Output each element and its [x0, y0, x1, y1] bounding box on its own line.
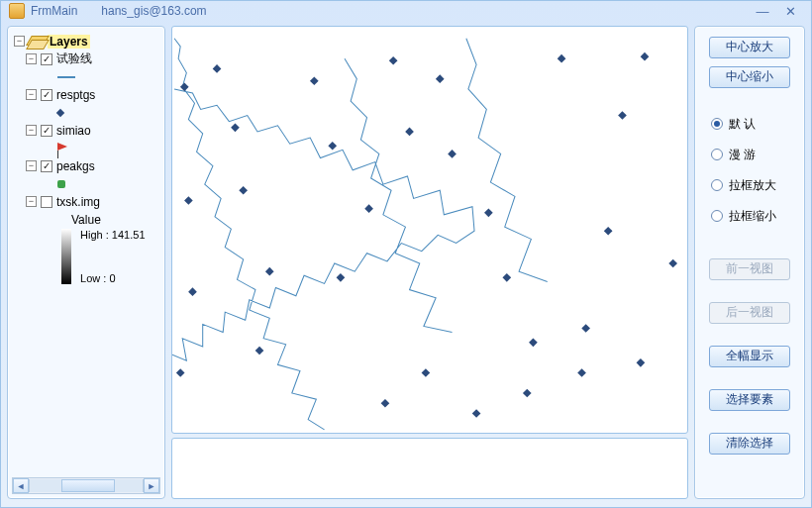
gradient-high: High : 141.51 — [80, 229, 145, 241]
status-area — [171, 438, 688, 499]
svg-rect-3 — [265, 266, 274, 275]
layers-icon — [29, 36, 45, 48]
tree-root[interactable]: − Layers — [14, 33, 158, 51]
raster-gradient: High : 141.51 Low : 0 — [57, 229, 158, 284]
layer-label: peakgs — [56, 159, 95, 173]
layer-checkbox[interactable]: ✓ — [41, 89, 52, 101]
scroll-right-button[interactable]: ► — [144, 478, 159, 493]
svg-rect-30 — [422, 368, 431, 377]
content-area: − Layers − ✓ 试验线 − ✓ resptgs − — [1, 22, 811, 507]
layer-label: 试验线 — [56, 51, 92, 67]
svg-rect-10 — [328, 142, 337, 151]
line-swatch-icon — [57, 76, 75, 78]
layer-checkbox[interactable] — [41, 196, 52, 208]
layer-checkbox[interactable]: ✓ — [41, 160, 52, 172]
svg-rect-12 — [337, 273, 346, 282]
svg-rect-16 — [448, 150, 457, 158]
layer-item[interactable]: − ✓ peakgs — [26, 157, 158, 175]
radio-icon — [711, 118, 723, 130]
pentagon-swatch-icon — [57, 180, 65, 188]
minimize-button[interactable]: — — [750, 2, 775, 20]
svg-rect-22 — [618, 111, 627, 120]
layers-tree: − Layers − ✓ 试验线 − ✓ resptgs − — [12, 31, 160, 475]
layer-label: txsk.img — [56, 195, 100, 209]
titlebar: FrmMain hans_gis@163.com — ✕ — [1, 1, 811, 22]
radio-icon — [711, 179, 723, 191]
svg-rect-8 — [176, 368, 185, 377]
radio-box-zoom-out[interactable]: 拉框缩小 — [711, 208, 792, 225]
layer-checkbox[interactable]: ✓ — [41, 125, 52, 137]
layer-item[interactable]: − ✓ resptgs — [26, 86, 158, 104]
scroll-left-button[interactable]: ◄ — [13, 478, 29, 493]
svg-rect-0 — [213, 64, 222, 73]
svg-rect-26 — [637, 358, 646, 367]
layer-item[interactable]: − ✓ 试验线 — [26, 51, 158, 68]
app-window: FrmMain hans_gis@163.com — ✕ − Layers − … — [0, 0, 812, 508]
collapse-icon[interactable]: − — [26, 196, 37, 207]
collapse-icon[interactable]: − — [26, 53, 37, 64]
next-view-button[interactable]: 后一视图 — [709, 302, 790, 324]
scroll-track[interactable] — [29, 479, 144, 492]
map-view[interactable] — [171, 26, 688, 434]
collapse-icon[interactable]: − — [26, 89, 37, 100]
radio-icon — [711, 149, 723, 160]
layer-swatch — [57, 104, 158, 122]
gradient-swatch — [61, 229, 71, 284]
svg-rect-6 — [184, 196, 193, 205]
zoom-out-button[interactable]: 中心缩小 — [709, 66, 790, 88]
layer-checkbox[interactable]: ✓ — [41, 53, 52, 65]
svg-rect-20 — [577, 368, 586, 377]
svg-rect-31 — [381, 399, 390, 408]
select-feature-button[interactable]: 选择要素 — [709, 389, 790, 411]
svg-rect-9 — [310, 76, 319, 85]
tool-panel: 中心放大 中心缩小 默 认 漫 游 拉框放大 拉框缩小 前一视图 后一视图 全幅… — [694, 26, 805, 499]
svg-rect-5 — [180, 82, 189, 91]
svg-rect-4 — [255, 346, 264, 355]
svg-rect-23 — [641, 51, 650, 60]
svg-rect-29 — [472, 409, 481, 418]
svg-rect-28 — [523, 388, 532, 397]
radio-pan[interactable]: 漫 游 — [711, 147, 792, 163]
collapse-icon[interactable]: − — [26, 160, 37, 171]
svg-rect-7 — [188, 287, 197, 296]
app-icon — [9, 3, 25, 19]
layer-label: simiao — [56, 124, 91, 138]
layer-swatch — [57, 175, 158, 193]
window-title: FrmMain — [31, 4, 77, 18]
svg-rect-18 — [502, 273, 511, 282]
collapse-icon[interactable]: − — [14, 36, 25, 47]
svg-rect-27 — [581, 324, 590, 333]
svg-rect-19 — [529, 338, 538, 347]
horizontal-scrollbar[interactable]: ◄ ► — [12, 477, 160, 494]
mode-radio-group: 默 认 漫 游 拉框放大 拉框缩小 — [703, 110, 796, 229]
svg-rect-2 — [239, 186, 248, 195]
map-canvas[interactable] — [172, 27, 687, 433]
zoom-in-button[interactable]: 中心放大 — [709, 37, 790, 58]
prev-view-button[interactable]: 前一视图 — [709, 258, 790, 280]
layer-swatch — [57, 140, 158, 157]
layer-item[interactable]: − txsk.img — [26, 193, 158, 211]
full-extent-button[interactable]: 全幅显示 — [709, 346, 790, 367]
window-subtitle: hans_gis@163.com — [101, 4, 206, 18]
svg-rect-14 — [405, 127, 414, 136]
layer-item[interactable]: − ✓ simiao — [26, 122, 158, 140]
svg-rect-25 — [604, 226, 613, 235]
radio-box-zoom-in[interactable]: 拉框放大 — [711, 177, 792, 194]
value-label: Value — [71, 211, 158, 229]
radio-icon — [711, 210, 723, 222]
svg-rect-1 — [231, 123, 240, 132]
svg-rect-21 — [558, 53, 566, 62]
flag-swatch-icon — [57, 143, 67, 151]
root-label: Layers — [48, 35, 90, 49]
close-button[interactable]: ✕ — [777, 2, 803, 20]
scroll-thumb[interactable] — [61, 479, 115, 492]
layers-panel: − Layers − ✓ 试验线 − ✓ resptgs − — [7, 26, 165, 499]
svg-rect-17 — [484, 208, 493, 217]
gradient-low: Low : 0 — [80, 272, 115, 284]
collapse-icon[interactable]: − — [26, 125, 37, 136]
svg-rect-11 — [364, 204, 373, 213]
clear-selection-button[interactable]: 清除选择 — [709, 433, 790, 455]
center-pane — [171, 26, 688, 499]
radio-default[interactable]: 默 认 — [711, 116, 792, 133]
svg-rect-24 — [668, 258, 677, 267]
